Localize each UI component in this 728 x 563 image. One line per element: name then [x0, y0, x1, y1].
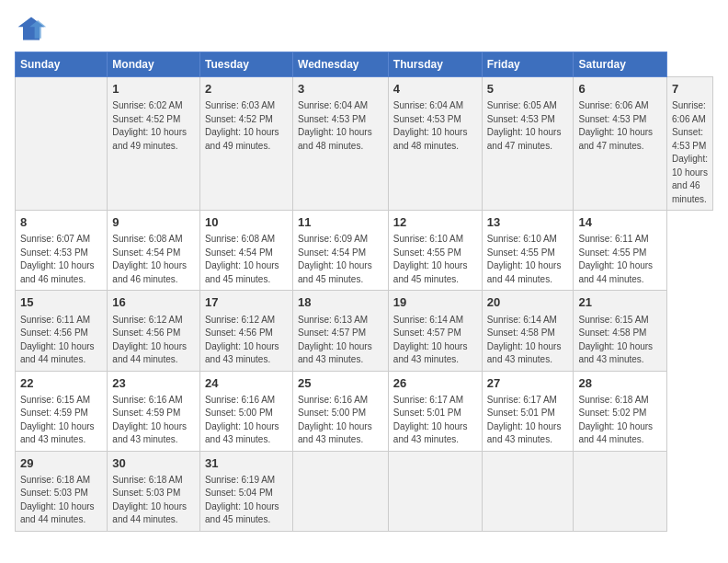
calendar-cell: 1Sunrise: 6:02 AMSunset: 4:52 PMDaylight… — [108, 77, 200, 211]
calendar-cell: 29Sunrise: 6:18 AMSunset: 5:03 PMDayligh… — [16, 451, 108, 531]
day-number: 21 — [578, 294, 662, 311]
day-info: Sunrise: 6:12 AMSunset: 4:56 PMDaylight:… — [112, 314, 195, 367]
day-number: 19 — [393, 294, 477, 311]
calendar-cell: 24Sunrise: 6:16 AMSunset: 5:00 PMDayligh… — [200, 371, 293, 451]
day-info: Sunrise: 6:03 AMSunset: 4:52 PMDaylight:… — [205, 99, 288, 153]
day-number: 13 — [487, 214, 569, 231]
day-number: 7 — [672, 81, 708, 98]
calendar-cell: 13Sunrise: 6:10 AMSunset: 4:55 PMDayligh… — [482, 211, 574, 291]
day-info: Sunrise: 6:14 AMSunset: 4:58 PMDaylight:… — [487, 314, 569, 367]
day-number: 5 — [487, 81, 569, 98]
day-number: 14 — [578, 214, 662, 231]
day-info: Sunrise: 6:16 AMSunset: 4:59 PMDaylight:… — [112, 394, 195, 447]
day-info: Sunrise: 6:17 AMSunset: 5:01 PMDaylight:… — [487, 394, 569, 447]
day-number: 18 — [298, 294, 383, 311]
calendar-cell: 30Sunrise: 6:18 AMSunset: 5:03 PMDayligh… — [108, 451, 200, 531]
day-number: 12 — [393, 214, 477, 231]
day-header-wednesday: Wednesday — [293, 52, 389, 77]
day-number: 9 — [112, 214, 195, 231]
calendar-cell — [574, 451, 667, 531]
calendar-cell: 26Sunrise: 6:17 AMSunset: 5:01 PMDayligh… — [388, 371, 482, 451]
calendar-cell: 10Sunrise: 6:08 AMSunset: 4:54 PMDayligh… — [200, 211, 293, 291]
day-number: 28 — [578, 375, 662, 392]
calendar-cell: 21Sunrise: 6:15 AMSunset: 4:58 PMDayligh… — [574, 291, 667, 371]
day-info: Sunrise: 6:08 AMSunset: 4:54 PMDaylight:… — [112, 233, 195, 286]
day-info: Sunrise: 6:16 AMSunset: 5:00 PMDaylight:… — [298, 394, 383, 447]
day-info: Sunrise: 6:05 AMSunset: 4:53 PMDaylight:… — [487, 99, 569, 153]
day-number: 22 — [20, 375, 102, 392]
day-number: 4 — [393, 81, 477, 98]
day-number: 3 — [298, 81, 383, 98]
calendar-cell: 18Sunrise: 6:13 AMSunset: 4:57 PMDayligh… — [293, 291, 389, 371]
day-info: Sunrise: 6:14 AMSunset: 4:57 PMDaylight:… — [393, 314, 477, 367]
day-info: Sunrise: 6:10 AMSunset: 4:55 PMDaylight:… — [487, 233, 569, 286]
calendar-table: SundayMondayTuesdayWednesdayThursdayFrid… — [15, 52, 713, 532]
calendar-cell: 23Sunrise: 6:16 AMSunset: 4:59 PMDayligh… — [108, 371, 200, 451]
calendar-cell — [16, 77, 108, 211]
header — [15, 15, 713, 42]
calendar-week-row: 1Sunrise: 6:02 AMSunset: 4:52 PMDaylight… — [16, 77, 713, 211]
calendar-cell: 5Sunrise: 6:05 AMSunset: 4:53 PMDaylight… — [482, 77, 574, 211]
calendar-cell: 19Sunrise: 6:14 AMSunset: 4:57 PMDayligh… — [388, 291, 482, 371]
calendar-cell: 7Sunrise: 6:06 AMSunset: 4:53 PMDaylight… — [667, 77, 713, 211]
day-info: Sunrise: 6:04 AMSunset: 4:53 PMDaylight:… — [298, 99, 383, 153]
calendar-cell: 25Sunrise: 6:16 AMSunset: 5:00 PMDayligh… — [293, 371, 389, 451]
day-info: Sunrise: 6:02 AMSunset: 4:52 PMDaylight:… — [112, 99, 195, 153]
day-header-thursday: Thursday — [388, 52, 482, 77]
day-info: Sunrise: 6:12 AMSunset: 4:56 PMDaylight:… — [205, 314, 288, 367]
calendar-cell — [293, 451, 389, 531]
day-info: Sunrise: 6:16 AMSunset: 5:00 PMDaylight:… — [205, 394, 288, 447]
calendar-cell: 9Sunrise: 6:08 AMSunset: 4:54 PMDaylight… — [108, 211, 200, 291]
day-number: 17 — [205, 294, 288, 311]
day-number: 31 — [205, 455, 288, 472]
day-info: Sunrise: 6:17 AMSunset: 5:01 PMDaylight:… — [393, 394, 477, 447]
calendar-cell: 11Sunrise: 6:09 AMSunset: 4:54 PMDayligh… — [293, 211, 389, 291]
calendar-cell: 28Sunrise: 6:18 AMSunset: 5:02 PMDayligh… — [574, 371, 667, 451]
calendar-header-row: SundayMondayTuesdayWednesdayThursdayFrid… — [16, 52, 713, 77]
day-info: Sunrise: 6:04 AMSunset: 4:53 PMDaylight:… — [393, 99, 477, 153]
day-header-monday: Monday — [108, 52, 200, 77]
calendar-cell: 3Sunrise: 6:04 AMSunset: 4:53 PMDaylight… — [293, 77, 389, 211]
calendar-body: 1Sunrise: 6:02 AMSunset: 4:52 PMDaylight… — [16, 77, 713, 532]
day-number: 1 — [112, 81, 195, 98]
calendar-cell: 31Sunrise: 6:19 AMSunset: 5:04 PMDayligh… — [200, 451, 293, 531]
day-number: 25 — [298, 375, 383, 392]
day-number: 11 — [298, 214, 383, 231]
day-number: 24 — [205, 375, 288, 392]
day-number: 6 — [578, 81, 662, 98]
calendar-cell: 4Sunrise: 6:04 AMSunset: 4:53 PMDaylight… — [388, 77, 482, 211]
day-info: Sunrise: 6:19 AMSunset: 5:04 PMDaylight:… — [205, 474, 288, 527]
day-number: 30 — [112, 455, 195, 472]
calendar-week-row: 8Sunrise: 6:07 AMSunset: 4:53 PMDaylight… — [16, 211, 713, 291]
day-number: 20 — [487, 294, 569, 311]
day-number: 26 — [393, 375, 477, 392]
day-info: Sunrise: 6:15 AMSunset: 4:58 PMDaylight:… — [578, 314, 662, 367]
day-info: Sunrise: 6:07 AMSunset: 4:53 PMDaylight:… — [20, 233, 102, 286]
calendar-cell — [388, 451, 482, 531]
day-number: 2 — [205, 81, 288, 98]
day-info: Sunrise: 6:18 AMSunset: 5:03 PMDaylight:… — [20, 474, 102, 527]
day-info: Sunrise: 6:15 AMSunset: 4:59 PMDaylight:… — [20, 394, 102, 447]
day-info: Sunrise: 6:13 AMSunset: 4:57 PMDaylight:… — [298, 314, 383, 367]
logo — [15, 15, 51, 42]
day-info: Sunrise: 6:08 AMSunset: 4:54 PMDaylight:… — [205, 233, 288, 286]
day-info: Sunrise: 6:09 AMSunset: 4:54 PMDaylight:… — [298, 233, 383, 286]
calendar-cell: 27Sunrise: 6:17 AMSunset: 5:01 PMDayligh… — [482, 371, 574, 451]
calendar-cell: 17Sunrise: 6:12 AMSunset: 4:56 PMDayligh… — [200, 291, 293, 371]
day-info: Sunrise: 6:18 AMSunset: 5:03 PMDaylight:… — [112, 474, 195, 527]
day-header-saturday: Saturday — [574, 52, 667, 77]
calendar-cell: 12Sunrise: 6:10 AMSunset: 4:55 PMDayligh… — [388, 211, 482, 291]
calendar-week-row: 15Sunrise: 6:11 AMSunset: 4:56 PMDayligh… — [16, 291, 713, 371]
day-header-tuesday: Tuesday — [200, 52, 293, 77]
calendar-week-row: 22Sunrise: 6:15 AMSunset: 4:59 PMDayligh… — [16, 371, 713, 451]
calendar-cell: 8Sunrise: 6:07 AMSunset: 4:53 PMDaylight… — [16, 211, 108, 291]
day-number: 23 — [112, 375, 195, 392]
calendar-cell: 2Sunrise: 6:03 AMSunset: 4:52 PMDaylight… — [200, 77, 293, 211]
day-header-sunday: Sunday — [16, 52, 108, 77]
calendar-cell: 20Sunrise: 6:14 AMSunset: 4:58 PMDayligh… — [482, 291, 574, 371]
day-info: Sunrise: 6:06 AMSunset: 4:53 PMDaylight:… — [672, 99, 708, 206]
day-info: Sunrise: 6:06 AMSunset: 4:53 PMDaylight:… — [578, 99, 662, 153]
calendar-cell: 22Sunrise: 6:15 AMSunset: 4:59 PMDayligh… — [16, 371, 108, 451]
day-info: Sunrise: 6:18 AMSunset: 5:02 PMDaylight:… — [578, 394, 662, 447]
calendar-week-row: 29Sunrise: 6:18 AMSunset: 5:03 PMDayligh… — [16, 451, 713, 531]
